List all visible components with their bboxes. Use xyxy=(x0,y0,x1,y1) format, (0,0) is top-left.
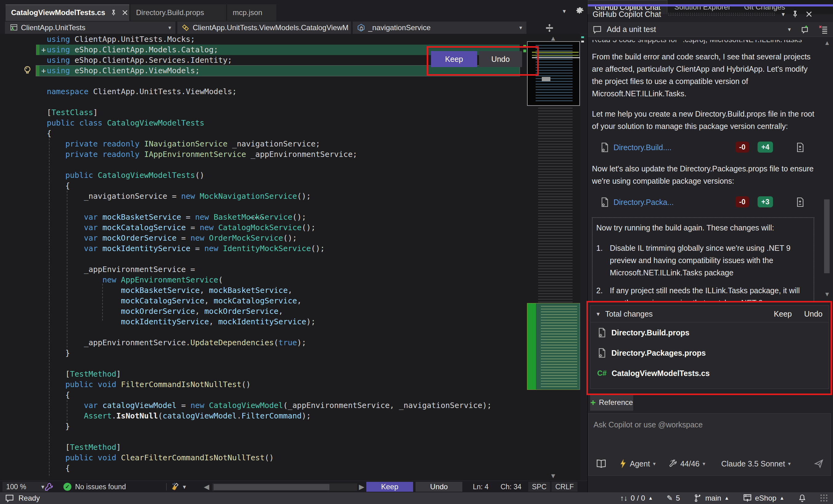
agent-mode-dropdown[interactable]: Agent xyxy=(630,459,650,468)
changed-file-row[interactable]: Directory.Packages.props xyxy=(590,343,829,363)
close-icon[interactable] xyxy=(806,11,812,18)
tab-mcp-json[interactable]: mcp.json xyxy=(227,4,277,21)
diff-added-bar xyxy=(36,45,40,55)
file-name: CatalogViewModelTests.cs xyxy=(612,369,710,378)
chat-transcript[interactable]: Read 3 code snippets for *.csproj, Micro… xyxy=(588,37,833,302)
drag-handle[interactable] xyxy=(668,12,776,16)
breadcrumb-class-dropdown[interactable]: ClientApp.UnitTests.ViewModels.CatalogVi… xyxy=(177,22,351,34)
chevron-down-icon: ▾ xyxy=(653,461,656,467)
branch-picker[interactable]: main ▲ xyxy=(694,494,729,502)
panel-title-bar[interactable]: GitHub Copilot Chat ▾ xyxy=(588,6,833,22)
new-chat-icon[interactable] xyxy=(800,25,810,34)
code-line: } xyxy=(0,348,523,358)
code-line: [TestMethod] xyxy=(0,369,523,379)
changed-file-card[interactable]: Directory.Build....-0+4 xyxy=(600,140,816,154)
tab-list-dropdown-icon[interactable]: ▾ xyxy=(563,7,566,15)
send-icon[interactable] xyxy=(813,459,825,469)
window-position-dropdown-icon[interactable]: ▾ xyxy=(782,10,785,18)
scrollbar-thumb[interactable] xyxy=(824,199,830,273)
breadcrumb-project-dropdown[interactable]: ClientApp.UnitTests ▾ xyxy=(5,22,175,34)
xml-file-icon xyxy=(597,348,606,358)
keep-all-button[interactable]: Keep xyxy=(366,482,413,492)
file-link[interactable]: Directory.Build.... xyxy=(614,141,671,154)
open-diff-icon[interactable] xyxy=(796,197,804,207)
issues-status[interactable]: ✓ No issues found xyxy=(64,481,126,493)
tab-label: CatalogViewModelTests.cs xyxy=(11,8,105,17)
diff-mark xyxy=(523,45,526,48)
line-indicator[interactable]: Ln: 4 xyxy=(473,481,489,493)
tool-count-dropdown[interactable]: 44/46 xyxy=(680,459,700,468)
breadcrumb-label: ClientApp.UnitTests xyxy=(21,23,85,32)
prompt-library-book-icon[interactable] xyxy=(596,459,606,468)
scroll-down-icon[interactable]: ▼ xyxy=(550,472,556,480)
model-picker-dropdown[interactable]: Claude 3.5 Sonnet xyxy=(721,459,785,468)
add-reference-button[interactable]: + Reference xyxy=(590,394,633,411)
undo-all-changes-button[interactable]: Undo xyxy=(804,309,823,319)
minimap-code-stripes xyxy=(538,108,573,305)
agent-lightning-icon xyxy=(619,459,627,468)
code-editor[interactable]: using ClientApp.UnitTests.Mocks;+using e… xyxy=(0,34,527,481)
minimap[interactable]: ▲ ▼ xyxy=(527,34,580,481)
tab-label: mcp.json xyxy=(233,8,262,17)
tab-catalogviewmodeltests[interactable]: CatalogViewModelTests.cs xyxy=(5,4,129,21)
breadcrumb-label: _navigationService xyxy=(368,23,431,32)
scroll-up-icon[interactable]: ▲ xyxy=(824,40,830,47)
breadcrumb-member-dropdown[interactable]: _navigationService ▾ xyxy=(353,22,526,34)
pin-icon[interactable] xyxy=(791,10,799,18)
notifications-bell-icon[interactable] xyxy=(798,494,807,503)
health-indicator-icon[interactable] xyxy=(44,481,53,493)
scroll-annotation xyxy=(581,36,584,38)
panel-title: GitHub Copilot Chat xyxy=(593,10,661,19)
check-circle-icon: ✓ xyxy=(64,483,71,491)
removed-lines-badge: -0 xyxy=(735,142,749,153)
pending-edits[interactable]: ✎ 5 xyxy=(666,494,680,502)
code-line: mockBasketService, mockBasketService, xyxy=(0,285,523,296)
changed-file-card[interactable]: Directory.Packa...-0+3 xyxy=(600,195,816,209)
sync-status[interactable]: ↑↓ 0 / 0 ▲ xyxy=(620,494,653,502)
clear-chat-icon[interactable] xyxy=(818,25,828,34)
line-ending-indicator[interactable]: CRLF xyxy=(552,482,577,492)
code-line: public void FilterCommandIsNotNullTest() xyxy=(0,379,523,390)
zoom-dropdown[interactable]: 100 % ▾ xyxy=(2,482,48,492)
minimap-viewport[interactable] xyxy=(527,41,580,106)
scroll-right-icon[interactable]: ▶ xyxy=(359,481,364,493)
chat-scrollbar[interactable]: ▲ ▼ xyxy=(824,40,831,298)
scrollbar-thumb[interactable] xyxy=(214,484,329,490)
tab-label: Directory.Build.props xyxy=(136,8,204,17)
chat-input-toolbar: Agent ▾ 44/46 ▾ Claude 3.5 Sonnet ▾ xyxy=(596,457,825,471)
horizontal-scrollbar[interactable] xyxy=(212,483,357,491)
editor-settings-gear-icon[interactable] xyxy=(574,6,584,16)
chat-input-box[interactable]: Ask Copilot or use @workspace Agent ▾ 44… xyxy=(588,413,831,476)
split-editor-icon[interactable] xyxy=(544,23,555,33)
collapse-icon[interactable]: ▾ xyxy=(597,310,600,318)
code-line xyxy=(0,254,523,264)
keep-all-changes-button[interactable]: Keep xyxy=(774,309,792,319)
pin-icon[interactable] xyxy=(110,9,117,16)
changed-file-row[interactable]: Directory.Build.props xyxy=(590,323,829,343)
code-line: mockOrderService, mockOrderService, xyxy=(0,306,523,317)
column-indicator[interactable]: Ch: 34 xyxy=(501,481,522,493)
close-icon[interactable] xyxy=(122,9,128,16)
scroll-down-icon[interactable]: ▼ xyxy=(824,291,830,298)
inline-undo-button[interactable]: Undo xyxy=(479,51,522,67)
chevron-down-icon[interactable]: ▾ xyxy=(788,26,791,33)
chevron-up-icon: ▲ xyxy=(780,495,784,501)
code-cleanup-button[interactable]: ▾ xyxy=(171,481,186,493)
inline-keep-button[interactable]: Keep xyxy=(431,51,477,67)
tab-directory-build-props[interactable]: Directory.Build.props xyxy=(130,4,226,21)
list-item: 2.If any project still needs the ILLink.… xyxy=(596,284,809,302)
session-title-dropdown[interactable]: Add a unit test xyxy=(607,25,656,34)
total-changes-panel: ▾ Total changes Keep Undo Directory.Buil… xyxy=(590,305,829,389)
feedback-icon[interactable] xyxy=(5,494,14,503)
space-mode-indicator[interactable]: SPC xyxy=(528,482,550,492)
chevron-up-icon: ▲ xyxy=(648,495,653,501)
lightbulb-icon[interactable] xyxy=(22,65,33,76)
open-diff-icon[interactable] xyxy=(796,142,804,153)
file-link[interactable]: Directory.Packa... xyxy=(614,196,673,208)
code-line xyxy=(0,327,523,337)
repository-picker[interactable]: eShop ▲ xyxy=(743,494,784,503)
changed-file-row[interactable]: C#CatalogViewModelTests.cs xyxy=(590,363,829,383)
resize-grip[interactable] xyxy=(820,494,828,502)
undo-all-button[interactable]: Undo xyxy=(415,482,462,492)
scroll-left-icon[interactable]: ◀ xyxy=(204,481,209,493)
